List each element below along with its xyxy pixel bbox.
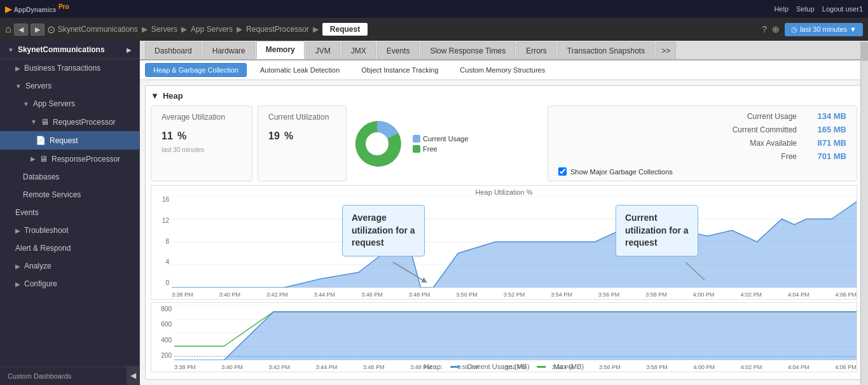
- sidebar-label-respproc: ResponseProcessor: [52, 155, 120, 164]
- show-gc-row: Show Major Garbage Collections: [558, 167, 846, 176]
- tab-dashboard[interactable]: Dashboard: [145, 42, 202, 59]
- heap-collapse-icon[interactable]: ▼: [151, 91, 159, 101]
- sidebar-item-analyze[interactable]: ▶ Analyze: [0, 257, 139, 275]
- back-button[interactable]: ◀: [14, 24, 28, 36]
- stat-cc-value: 165 MB: [802, 125, 846, 134]
- upper-chart-svg: [172, 196, 857, 288]
- breadcrumb-servers[interactable]: Servers: [151, 25, 177, 34]
- heap-body: Average Utilization 11 % last 30 minutes…: [151, 106, 857, 374]
- tab-more[interactable]: >>: [656, 42, 676, 59]
- sidebar-item-servers[interactable]: ▼ Servers: [0, 77, 139, 95]
- time-label: last 30 minutes: [800, 25, 847, 33]
- sidebar-label-troubleshoot: Troubleshoot: [24, 226, 69, 235]
- sidebar-item-app-servers[interactable]: ▼ App Servers: [0, 95, 139, 113]
- sidebar-label-configure: Configure: [24, 279, 57, 288]
- subtab-heap-gc[interactable]: Heap & Garbage Collection: [145, 63, 247, 77]
- content-area: Dashboard Hardware Memory JVM JMX Events…: [140, 41, 868, 385]
- sidebar-item-business-transactions[interactable]: ▶ Business Transactions: [0, 59, 139, 77]
- reqproc-icon: 🖥: [41, 117, 49, 127]
- max-legend-dot: [537, 366, 546, 368]
- curr-util-value: 19 %: [268, 124, 336, 144]
- dropdown-icon: ▼: [850, 25, 857, 33]
- forward-button[interactable]: ▶: [31, 24, 45, 36]
- tab-slow-response[interactable]: Slow Response Times: [420, 42, 515, 59]
- subtab-bar: Heap & Garbage Collection Automatic Leak…: [140, 60, 868, 80]
- stat-cu-label: Current Usage: [747, 112, 797, 121]
- logout-link[interactable]: Logout user1: [822, 5, 863, 13]
- sidebar-item-events[interactable]: Events: [0, 204, 139, 221]
- home-icon[interactable]: ⌂: [5, 24, 11, 35]
- sidebar-item-alert[interactable]: Alert & Respond: [0, 239, 139, 257]
- sidebar-item-request[interactable]: 📄 Request: [0, 131, 139, 150]
- time-selector[interactable]: ◷ last 30 minutes ▼: [785, 23, 863, 36]
- tab-jvm[interactable]: JVM: [306, 42, 340, 59]
- subtab-object-tracking[interactable]: Object Instance Tracking: [353, 63, 446, 77]
- tab-bar: Dashboard Hardware Memory JVM JMX Events…: [140, 41, 868, 60]
- share-icon[interactable]: ⊕: [772, 24, 780, 34]
- tab-hardware[interactable]: Hardware: [203, 42, 255, 59]
- legend-free-label: Free: [423, 145, 437, 153]
- sidebar-item-request-processor[interactable]: ▼ 🖥 RequestProcessor: [0, 113, 139, 131]
- sidebar-item-configure[interactable]: ▶ Configure: [0, 275, 139, 293]
- subtab-custom-memory[interactable]: Custom Memory Structures: [451, 63, 553, 77]
- sidebar-item-skynet[interactable]: ▼ SkynetCommunications ▶: [0, 41, 139, 59]
- lower-chart-legend: Heap: Current Usage (MB) Max (MB): [424, 363, 584, 370]
- setup-link[interactable]: Setup: [796, 5, 815, 13]
- respproc-expand-icon: ▶: [31, 155, 36, 162]
- curr-util-label: Current Utilization: [268, 113, 336, 122]
- tab-memory[interactable]: Memory: [256, 41, 305, 59]
- pie-legend: Current Usage Free: [413, 135, 469, 153]
- stat-current-committed: Current Committed 165 MB: [558, 125, 846, 134]
- sidebar-label-alert: Alert & Respond: [15, 244, 71, 253]
- tab-errors[interactable]: Errors: [516, 42, 556, 59]
- breadcrumb-reqprocessor[interactable]: RequestProcessor: [246, 25, 309, 34]
- stat-cc-label: Current Committed: [733, 125, 797, 134]
- tab-jmx[interactable]: JMX: [341, 42, 376, 59]
- tooltip-avg-text: Average utilization for a request: [352, 213, 415, 248]
- sidebar-item-response-processor[interactable]: ▶ 🖥 ResponseProcessor: [0, 150, 139, 168]
- record-icon: ⊙: [47, 24, 55, 36]
- sidebar-collapse-button[interactable]: ◀: [127, 366, 139, 385]
- sidebar-item-databases[interactable]: Databases: [0, 168, 139, 186]
- sidebar-label-request: Request: [50, 136, 78, 145]
- respproc-icon: 🖥: [39, 154, 48, 164]
- legend-current-dot: [413, 135, 420, 143]
- max-legend-label: Max (MB): [554, 363, 584, 370]
- svg-marker-14: [174, 312, 857, 360]
- right-stats: Current Usage 134 MB Current Committed 1…: [548, 106, 857, 181]
- pie-chart-area: Current Usage Free: [352, 106, 542, 181]
- tab-events[interactable]: Events: [377, 42, 420, 59]
- svg-marker-6: [172, 202, 857, 288]
- show-gc-checkbox[interactable]: [558, 167, 567, 176]
- sidebar-item-remote-services[interactable]: Remote Services: [0, 186, 139, 204]
- avg-util-number: 11: [162, 130, 173, 141]
- sidebar-section-skynet: ▼ SkynetCommunications ▶: [0, 41, 139, 59]
- sidebar-label-remote: Remote Services: [23, 190, 81, 199]
- breadcrumb-skynet[interactable]: SkynetCommunications: [58, 25, 138, 34]
- sidebar-item-troubleshoot[interactable]: ▶ Troubleshoot: [0, 221, 139, 239]
- scrollbar-thumb[interactable]: [861, 42, 868, 61]
- avg-utilization-box: Average Utilization 11 % last 30 minutes: [151, 106, 252, 181]
- avg-util-unit: %: [177, 130, 186, 141]
- heap-legend-label: Heap:: [424, 363, 443, 370]
- main-content: ▼ Heap Average Utilization 11 %: [140, 80, 868, 385]
- logo-text: AppDynamics: [14, 7, 57, 14]
- scrollbar[interactable]: [860, 41, 868, 385]
- custom-dashboards[interactable]: Custom Dashboards: [0, 367, 139, 385]
- troubleshoot-expand-icon: ▶: [15, 227, 20, 234]
- sidebar-label-events: Events: [15, 208, 39, 217]
- tab-transaction-snapshots[interactable]: Transaction Snapshots: [558, 42, 654, 59]
- app-logo: ▶ AppDynamics Pro: [5, 3, 69, 14]
- sidebar-label-appservers: App Servers: [33, 99, 75, 108]
- help-circle-icon[interactable]: ?: [762, 24, 767, 34]
- sidebar: ▼ SkynetCommunications ▶ ▶ Business Tran…: [0, 41, 140, 385]
- subtab-leak-detection[interactable]: Automatic Leak Detection: [252, 63, 348, 77]
- heap-header: ▼ Heap: [151, 91, 857, 101]
- reqproc-expand-icon: ▼: [31, 118, 37, 125]
- upper-chart-yaxis: 16 12 8 4 0: [151, 196, 172, 286]
- stat-current-usage: Current Usage 134 MB: [558, 111, 846, 121]
- avg-util-label: Average Utilization: [162, 113, 242, 122]
- breadcrumb-appservers[interactable]: App Servers: [191, 25, 233, 34]
- help-link[interactable]: Help: [774, 5, 789, 13]
- current-usage-legend-label: Current Usage (MB): [467, 363, 529, 370]
